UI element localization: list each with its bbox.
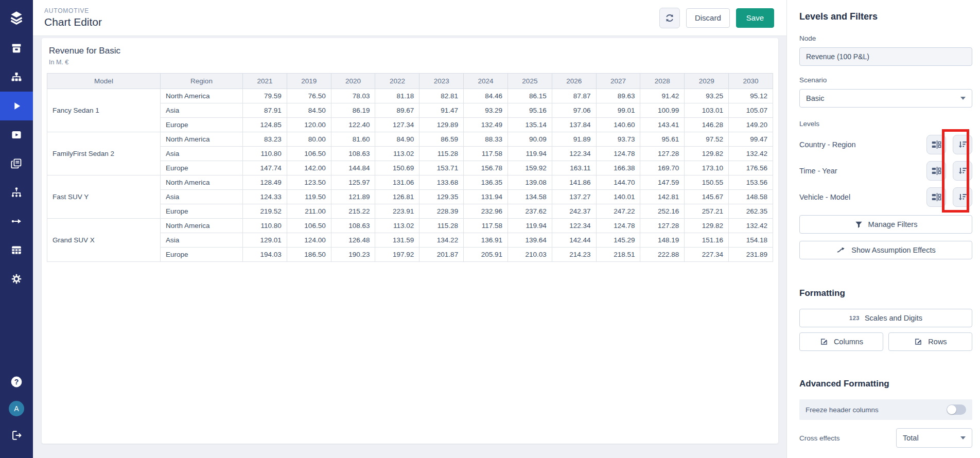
value-cell: 148.58 [729, 190, 773, 204]
data-table: ModelRegion20212019202020222023202420252… [47, 73, 773, 262]
main-area: AUTOMOTIVE Chart Editor Discard Save [33, 0, 786, 458]
level-label: Vehicle - Model [799, 193, 926, 201]
edit-box-icon [914, 337, 923, 346]
trend-arrow-icon [836, 245, 846, 255]
value-cell: 89.67 [375, 103, 419, 118]
value-cell: 127.28 [640, 219, 685, 233]
manage-filters-button[interactable]: Manage Filters [799, 215, 972, 234]
value-cell: 97.52 [685, 132, 729, 147]
sidebar-item-chart-editor[interactable] [0, 92, 33, 120]
format-columns-button[interactable]: Columns [799, 332, 883, 351]
node-input[interactable] [799, 47, 972, 66]
value-cell: 186.50 [287, 248, 331, 262]
cross-effects-select[interactable]: Total [896, 428, 972, 448]
freeze-header-columns-toggle[interactable] [947, 404, 966, 415]
level-sort-button[interactable] [953, 161, 972, 181]
value-cell: 113.02 [375, 147, 419, 161]
value-cell: 126.81 [375, 190, 419, 204]
show-assumption-effects-button[interactable]: Show Assumption Effects [799, 241, 972, 259]
freeze-header-columns-row: Freeze header columns [799, 399, 972, 420]
value-cell: 125.97 [331, 175, 375, 190]
value-cell: 106.50 [287, 147, 331, 161]
refresh-icon [664, 12, 675, 24]
value-cell: 117.58 [464, 219, 508, 233]
sidebar-item-network[interactable] [0, 178, 33, 207]
format-columns-label: Columns [834, 338, 863, 346]
value-cell: 131.59 [375, 233, 419, 248]
levels-label: Levels [799, 120, 972, 128]
model-cell: Grand SUV X [47, 219, 161, 262]
value-cell: 124.85 [243, 118, 287, 132]
value-cell: 129.82 [685, 219, 729, 233]
discard-button[interactable]: Discard [686, 8, 730, 28]
level-layout-button[interactable] [926, 187, 946, 207]
table-body: Fancy Sedan 1North America79.5976.5078.0… [47, 89, 773, 262]
sidebar-item-flow[interactable] [0, 207, 33, 236]
level-sort-button[interactable] [953, 135, 972, 154]
value-cell: 223.91 [375, 204, 419, 219]
value-cell: 136.35 [464, 175, 508, 190]
value-cell: 93.73 [596, 132, 640, 147]
node-label: Node [799, 34, 972, 42]
value-cell: 154.18 [729, 233, 773, 248]
sidebar-item-video[interactable] [0, 120, 33, 149]
sidebar-item-hierarchy[interactable] [0, 63, 33, 92]
value-cell: 119.94 [507, 219, 552, 233]
value-cell: 137.27 [552, 190, 596, 204]
sidebar-item-account[interactable]: A [0, 395, 33, 422]
value-cell: 140.60 [596, 118, 640, 132]
value-cell: 139.08 [507, 175, 552, 190]
value-cell: 127.34 [375, 118, 419, 132]
levels-filters-panel: Levels and Filters Node Scenario Basic L… [786, 0, 980, 458]
show-assumption-effects-label: Show Assumption Effects [851, 246, 935, 254]
scenario-label: Scenario [799, 76, 972, 84]
scenario-select[interactable]: Basic [799, 89, 972, 108]
value-cell: 145.29 [596, 233, 640, 248]
value-cell: 84.46 [464, 89, 508, 103]
value-cell: 84.90 [375, 132, 419, 147]
chevron-down-icon [960, 436, 966, 439]
scales-and-digits-button[interactable]: 123 Scales and Digits [799, 309, 972, 327]
swap-level-icon [931, 139, 942, 150]
save-button[interactable]: Save [736, 8, 774, 28]
sidebar-item-logout[interactable] [0, 422, 33, 449]
sidebar-item-settings[interactable] [0, 265, 33, 293]
level-sort-button[interactable] [953, 187, 972, 207]
swap-level-icon [931, 165, 942, 177]
top-bar: AUTOMOTIVE Chart Editor Discard Save [33, 0, 786, 36]
value-cell: 137.84 [552, 118, 596, 132]
advanced-formatting-heading: Advanced Formatting [799, 379, 972, 389]
table-row: Fancy Sedan 1North America79.5976.5078.0… [47, 89, 773, 103]
region-cell: Asia [161, 233, 243, 248]
model-cell: FamilyFirst Sedan 2 [47, 132, 161, 175]
sidebar-item-table[interactable] [0, 236, 33, 265]
value-cell: 79.59 [243, 89, 287, 103]
region-cell: North America [161, 175, 243, 190]
refresh-button[interactable] [659, 8, 680, 28]
level-layout-button[interactable] [926, 161, 946, 181]
level-layout-button[interactable] [926, 135, 946, 154]
value-cell: 150.55 [685, 175, 729, 190]
value-cell: 219.52 [243, 204, 287, 219]
sidebar-item-archive[interactable] [0, 34, 33, 63]
region-cell: Europe [161, 118, 243, 132]
sidebar-item-pages[interactable] [0, 149, 33, 178]
level-row: Country - Region [799, 135, 972, 154]
value-cell: 150.69 [375, 161, 419, 175]
format-rows-button[interactable]: Rows [888, 332, 972, 351]
value-cell: 173.10 [685, 161, 729, 175]
column-header: Region [161, 74, 243, 89]
value-cell: 119.50 [287, 190, 331, 204]
value-cell: 142.44 [552, 233, 596, 248]
region-cell: Asia [161, 147, 243, 161]
sidebar-item-help[interactable]: ? [0, 368, 33, 395]
value-cell: 134.58 [507, 190, 552, 204]
value-cell: 129.35 [419, 190, 464, 204]
value-cell: 110.80 [243, 147, 287, 161]
model-cell: Fancy Sedan 1 [47, 89, 161, 132]
value-cell: 153.56 [729, 175, 773, 190]
value-cell: 231.89 [729, 248, 773, 262]
value-cell: 86.59 [419, 132, 464, 147]
value-cell: 121.89 [331, 190, 375, 204]
value-cell: 81.18 [375, 89, 419, 103]
